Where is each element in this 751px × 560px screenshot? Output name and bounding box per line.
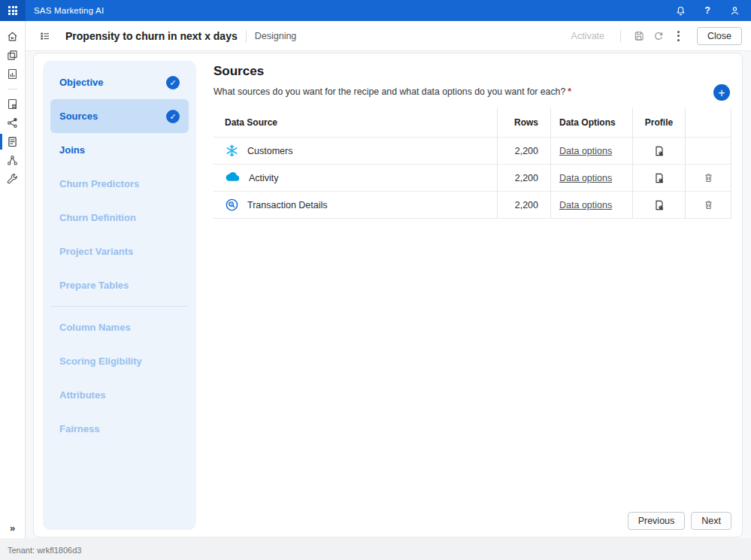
top-app-bar: SAS Marketing AI ? [0,0,751,21]
previous-button[interactable]: Previous [628,512,686,530]
steps-panel: Objective ✓ Sources ✓ Joins Churn Predic… [43,61,196,530]
profile-cell [632,192,685,219]
status-strip: Tenant: wrkfl1806d3 [0,538,751,560]
wizard-footer: Previous Next [628,512,731,530]
rail-share-network-button[interactable] [0,114,25,132]
row-count: 2,200 [497,192,550,219]
notifications-button[interactable] [674,5,686,17]
view-menu-button[interactable] [35,26,55,46]
rail-divider [8,89,17,89]
step-label: Scoring Eligibility [59,356,142,367]
step-objective[interactable]: Objective ✓ [50,65,189,99]
rail-tools-button[interactable] [0,170,25,189]
profile-button[interactable] [652,171,667,186]
expand-rail-button[interactable]: » [10,522,15,534]
save-button[interactable] [629,26,649,46]
step-label: Churn Predictors [59,178,139,189]
check-circle-icon: ✓ [166,76,180,89]
recipe-list-icon [6,135,19,148]
rail-flow-button[interactable] [0,151,25,170]
kebab-menu-icon [677,31,680,41]
wrench-icon [6,173,19,186]
save-icon [633,30,645,42]
close-button[interactable]: Close [697,27,742,45]
step-scoring-eligibility: Scoring Eligibility [50,344,189,378]
left-icon-rail: » [0,21,26,538]
sources-question: What sources do you want for the recipe … [213,86,571,97]
required-marker: * [568,86,571,97]
document-status: Designing [255,31,297,41]
step-label: Project Variants [59,246,133,257]
data-options-link[interactable]: Data options [559,173,612,183]
help-icon: ? [704,5,710,16]
rail-home-button[interactable] [0,27,25,46]
user-icon [729,5,740,17]
data-options-link[interactable]: Data options [559,146,612,156]
col-header-actions [685,107,731,138]
col-header-rows: Rows [497,107,550,138]
rail-report-button[interactable] [0,65,25,83]
source-name: Transaction Details [247,200,328,210]
copies-icon [6,49,19,62]
actions-cell [685,165,731,192]
table-row-customers-name: Customers [213,138,497,165]
row-count: 2,200 [497,165,550,192]
rail-data-document-button[interactable] [0,95,25,114]
snowflake-icon [225,144,239,158]
col-header-profile: Profile [632,107,685,138]
step-label: Column Names [59,322,131,333]
refresh-button[interactable] [649,26,668,46]
steps-divider [50,306,189,307]
recipe-card: Objective ✓ Sources ✓ Joins Churn Predic… [33,53,743,537]
divider [620,30,621,42]
profile-button[interactable] [652,144,667,159]
source-name: Activity [249,173,279,183]
add-source-button[interactable]: + [713,84,730,101]
data-options-link[interactable]: Data options [559,200,612,210]
actions-cell [685,192,731,219]
document-title: Propensity to churn in next x days [65,30,238,42]
source-name: Customers [247,146,292,156]
rail-copies-button[interactable] [0,46,25,65]
list-view-icon [39,30,51,42]
page-title: Sources [213,64,264,79]
col-header-data-options: Data Options [550,107,632,138]
sources-table: Data Source Rows Data Options Profile Cu… [213,107,731,219]
step-label: Attributes [59,389,105,401]
step-label: Fairness [59,423,99,434]
step-churn-definition: Churn Definition [50,201,189,235]
step-label: Sources [59,110,98,122]
check-circle-icon: ✓ [166,110,180,123]
step-label: Churn Definition [59,212,136,223]
table-row-transaction-details-name: Transaction Details [213,192,497,219]
delete-source-button[interactable] [701,198,716,212]
help-button[interactable]: ? [701,5,713,17]
step-label: Prepare Tables [59,280,129,291]
next-button[interactable]: Next [691,512,731,530]
bell-icon [675,5,686,17]
trash-icon [703,172,714,183]
actions-cell [685,138,731,165]
content-backdrop: Objective ✓ Sources ✓ Joins Churn Predic… [26,51,751,538]
rail-recipe-button[interactable] [0,132,25,151]
row-count: 2,200 [497,138,550,165]
profile-icon [653,145,665,157]
profile-icon [653,172,665,184]
salesforce-cloud-icon [225,170,241,186]
step-column-names: Column Names [50,310,189,344]
step-label: Objective [59,77,104,88]
profile-icon [653,199,665,211]
delete-source-button[interactable] [701,171,716,185]
app-grid-icon [8,6,17,15]
step-sources[interactable]: Sources ✓ [50,99,189,133]
col-header-data-source: Data Source [213,107,497,138]
data-explorer-icon [225,198,239,212]
app-launcher-button[interactable] [0,0,26,21]
step-joins[interactable]: Joins [50,133,189,167]
step-attributes: Attributes [50,378,189,412]
table-row-activity-name: Activity [213,165,497,192]
step-prepare-tables: Prepare Tables [50,268,189,302]
user-menu-button[interactable] [728,5,740,17]
profile-button[interactable] [652,198,667,213]
more-options-button[interactable] [668,26,688,46]
